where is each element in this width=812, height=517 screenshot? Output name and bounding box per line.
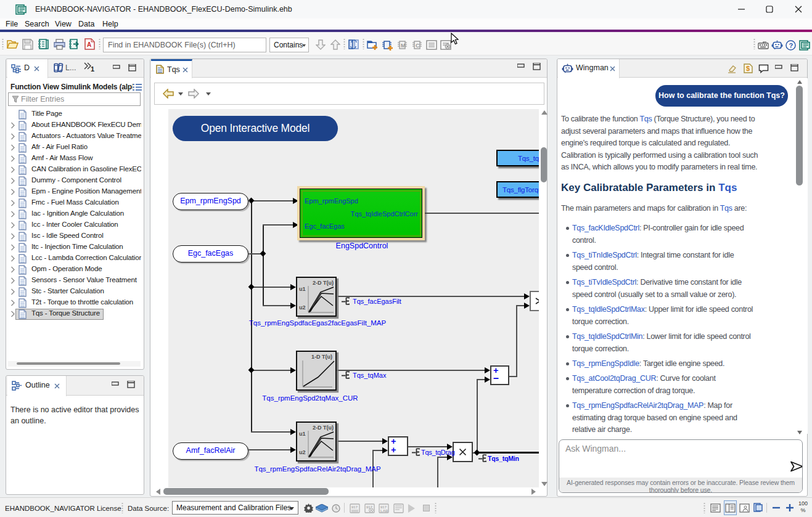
svg-text:u1: u1 [299, 431, 306, 437]
svg-text:?: ? [789, 42, 794, 49]
svg-text:u1: u1 [299, 286, 306, 292]
svg-text:LAB: LAB [380, 509, 388, 513]
svg-text:917: 917 [351, 505, 358, 509]
svg-text:2-D T(u): 2-D T(u) [313, 425, 334, 431]
svg-text:C: C [416, 43, 420, 49]
svg-text:1-D T(u): 1-D T(u) [311, 354, 332, 360]
svg-text:2-D T(u): 2-D T(u) [313, 280, 334, 286]
svg-text:u2: u2 [299, 449, 306, 455]
svg-text:$: $ [746, 65, 750, 72]
svg-text:A: A [87, 41, 91, 48]
svg-text:M: M [401, 43, 406, 49]
svg-text:u2: u2 [299, 304, 306, 311]
